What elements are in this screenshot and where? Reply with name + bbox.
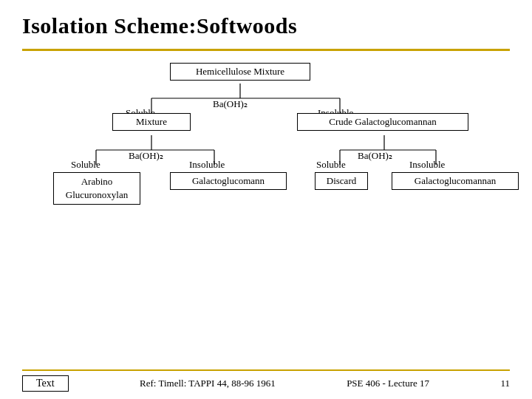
discard-node: Discard: [315, 172, 368, 190]
soluble-label-2: Soluble: [71, 159, 100, 171]
bah2-label-3: Ba(OH)₂: [358, 150, 392, 162]
footer-left: Text: [22, 375, 69, 392]
arabino-node: ArabinoGlucuronoxylan: [53, 172, 140, 205]
diagram-lines: [22, 63, 510, 366]
galactoglucomannan-node: Galactoglucomannan: [392, 172, 519, 190]
gold-divider: [22, 49, 510, 51]
footer-center: PSE 406 - Lecture 17: [347, 378, 429, 389]
text-button[interactable]: Text: [22, 375, 69, 392]
soluble-label-3: Soluble: [316, 159, 346, 171]
footer: Text Ref: Timell: TAPPI 44, 88-96 1961 P…: [22, 369, 510, 392]
insoluble-label-2: Insoluble: [189, 159, 225, 171]
bah2-label-1: Ba(OH)₂: [213, 98, 248, 110]
hemicellulose-node: Hemicellulose Mixture: [170, 63, 310, 81]
footer-page: 11: [500, 378, 510, 389]
bah2-label-2: Ba(OH)₂: [129, 150, 163, 162]
crude-galacto-node: Crude Galactoglucomannan: [297, 113, 468, 131]
page-title: Isolation Scheme:Softwoods: [22, 13, 510, 38]
footer-ref: Ref: Timell: TAPPI 44, 88-96 1961: [140, 378, 276, 389]
galactoglucomann-node: Galactoglucomann: [170, 172, 287, 190]
page: Isolation Scheme:Softwoods: [0, 0, 532, 399]
diagram: Hemicellulose Mixture Ba(OH)₂ Soluble In…: [22, 63, 510, 366]
insoluble-label-3: Insoluble: [409, 159, 445, 171]
mixture-node: Mixture: [112, 113, 191, 131]
